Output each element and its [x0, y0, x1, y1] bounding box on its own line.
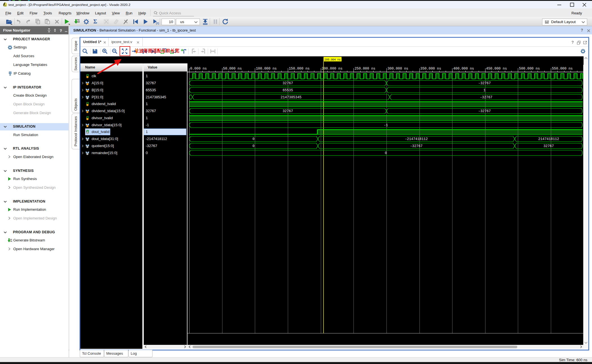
svg-text:400.000 ns: 400.000 ns — [453, 67, 474, 71]
svg-text:32767: 32767 — [544, 144, 554, 148]
svg-text:10: 10 — [77, 21, 79, 23]
svg-text:0: 0 — [385, 151, 387, 155]
svg-text:450.000 ns: 450.000 ns — [486, 67, 507, 71]
svg-text:10: 10 — [10, 240, 12, 242]
svg-text:-1: -1 — [384, 123, 388, 127]
svg-text:50.000 ns: 50.000 ns — [223, 67, 242, 71]
svg-text:-2147418112: -2147418112 — [405, 137, 428, 141]
svg-text:2147385345: 2147385345 — [281, 96, 302, 99]
svg-text:?: ? — [60, 28, 62, 32]
svg-text:150.000 ns: 150.000 ns — [289, 67, 310, 71]
svg-text:32767: 32767 — [282, 109, 293, 113]
svg-text:200.000 ns: 200.000 ns — [322, 67, 343, 71]
svg-text:1: 1 — [483, 88, 485, 92]
svg-text:65535: 65535 — [282, 88, 293, 92]
svg-text:500.000 ns: 500.000 ns — [519, 67, 540, 71]
svg-text:0: 0 — [253, 137, 255, 141]
svg-text:100.000 ns: 100.000 ns — [256, 67, 277, 71]
svg-text:0: 0 — [253, 144, 255, 148]
svg-text:32767: 32767 — [282, 81, 293, 85]
svg-text:2147418112: 2147418112 — [538, 137, 559, 141]
svg-text:350.000 ns: 350.000 ns — [420, 67, 441, 71]
svg-text:205.004 ns: 205.004 ns — [324, 58, 341, 61]
svg-text:-32767: -32767 — [478, 109, 491, 113]
svg-text:-32767: -32767 — [478, 81, 491, 85]
svg-text:300.000 ns: 300.000 ns — [387, 67, 408, 71]
svg-text:0.000 ns: 0.000 ns — [190, 67, 207, 71]
svg-text:-32767: -32767 — [480, 96, 492, 99]
svg-text:(T): (T) — [156, 22, 159, 25]
svg-text:-32767: -32767 — [410, 144, 423, 148]
svg-text:550.000 ns: 550.000 ns — [552, 67, 573, 71]
svg-text:250.000 ns: 250.000 ns — [355, 67, 375, 71]
